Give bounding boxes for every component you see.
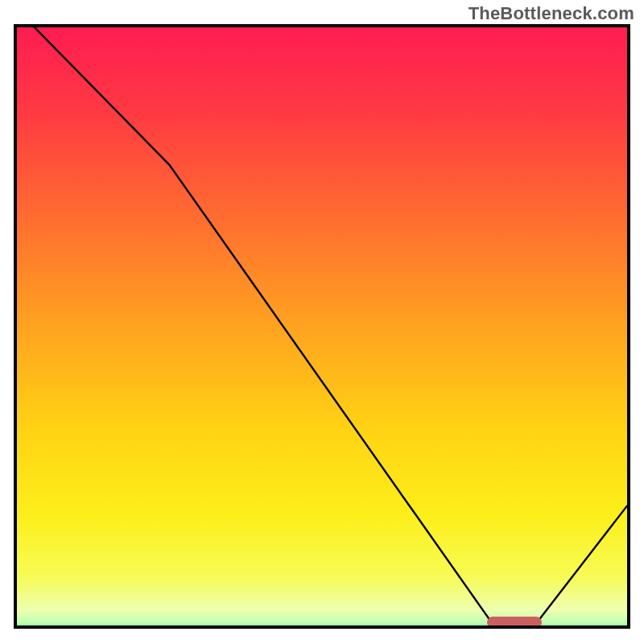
highlight-marker: [487, 617, 542, 628]
watermark-text: TheBottleneck.com: [469, 3, 634, 24]
plot-area: [14, 24, 630, 629]
chart-container: TheBottleneck.com: [0, 0, 644, 644]
curve-line: [17, 27, 627, 625]
